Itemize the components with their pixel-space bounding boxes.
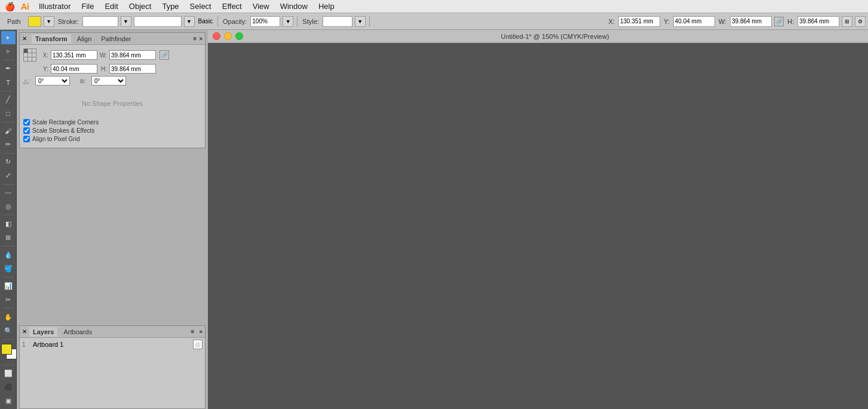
menu-object[interactable]: Object [124, 0, 157, 13]
doc-titlebar: Untitled-1* @ 150% (CMYK/Preview) [208, 30, 868, 43]
live-paint-tool[interactable]: 🪣 [1, 262, 16, 275]
slice-tool[interactable]: ✂ [1, 293, 16, 306]
stroke-style-arrow[interactable]: ▼ [184, 16, 195, 27]
tool-separator-2 [2, 91, 14, 91]
transform-panel: ✕ Transform Align Pathfinder ≡ » X: [19, 32, 206, 148]
w-label: W: [100, 52, 107, 59]
tab-align[interactable]: Align [73, 34, 95, 44]
full-mode-btn[interactable]: ⬛ [1, 381, 16, 394]
fg-color-swatch[interactable] [1, 344, 12, 355]
style-input[interactable] [323, 16, 352, 27]
blend-tool[interactable]: ◎ [1, 200, 16, 213]
rotate-tool[interactable]: ↻ [1, 155, 16, 169]
warp-tool[interactable]: 〰 [1, 187, 16, 200]
stroke-input[interactable] [82, 16, 118, 27]
brush-tool[interactable]: 🖌 [1, 124, 16, 138]
opacity-arrow[interactable]: ▼ [283, 16, 293, 27]
opacity-input[interactable] [250, 16, 280, 27]
pencil-tool[interactable]: ✏ [1, 138, 16, 151]
tab-pathfinder[interactable]: Pathfinder [97, 34, 134, 44]
x-label: X: [41, 52, 48, 59]
scale-tool[interactable]: ⤢ [1, 169, 16, 182]
sep2 [297, 16, 297, 27]
layers-body: 1 Artboard 1 ⬜ [20, 338, 205, 408]
stroke-style-input[interactable] [134, 16, 182, 27]
menu-view[interactable]: View [248, 0, 274, 13]
menu-file[interactable]: File [76, 0, 99, 13]
layers-header: ✕ Layers Artboards ≡ » [20, 326, 205, 338]
reference-grid[interactable] [23, 48, 36, 62]
y-input[interactable] [51, 64, 97, 74]
win-close-btn[interactable] [213, 32, 220, 40]
mesh-tool[interactable]: ⊞ [1, 231, 16, 244]
normal-mode-btn[interactable]: ⬜ [1, 367, 16, 380]
hand-tool[interactable]: ✋ [1, 310, 16, 323]
opacity-label: Opacity: [222, 18, 248, 25]
toolbox: ▸ ▹ ✒ T ╱ □ 🖌 ✏ ↻ ⤢ 〰 ◎ ◧ ⊞ 💧 🪣 📊 ✂ [0, 30, 17, 409]
x-input-tb[interactable] [618, 16, 660, 27]
panel-expand-btn[interactable]: » [199, 35, 203, 42]
tab-artboards[interactable]: Artboards [60, 327, 96, 337]
link-wh-panel[interactable]: 🔗 [160, 50, 169, 60]
layer-num-1: 1 [22, 341, 30, 348]
align-icon[interactable]: ⊞ [842, 16, 852, 27]
h-label: H: [100, 66, 107, 72]
align-pixel-check[interactable] [23, 136, 30, 142]
eyedropper-tool[interactable]: 💧 [1, 248, 16, 261]
win-max-btn[interactable] [235, 32, 243, 40]
x-label-tb: X: [608, 18, 616, 25]
checkbox-align-pixel: Align to Pixel Grid [23, 136, 201, 142]
h-input-tb[interactable] [798, 16, 839, 27]
line-tool[interactable]: ╱ [1, 93, 16, 106]
canvas-area[interactable]: Untitled-1* @ 150% (CMYK/Preview) [208, 30, 868, 409]
w-input[interactable] [109, 50, 156, 60]
y-input-tb[interactable] [673, 16, 715, 27]
menu-bar: 🍎 Ai Illustrator File Edit Object Type S… [0, 0, 868, 13]
gradient-tool[interactable]: ◧ [1, 217, 16, 230]
shape-tool[interactable]: □ [1, 107, 16, 120]
rotate-select[interactable]: 0° [35, 76, 70, 86]
h-input[interactable] [109, 64, 156, 74]
layers-menu-btn[interactable]: ≡ [191, 328, 195, 335]
direct-selection-tool[interactable]: ▹ [1, 45, 16, 58]
panel-menu-btn[interactable]: ≡ [194, 35, 197, 42]
tool-separator-1 [2, 60, 14, 60]
menu-effect[interactable]: Effect [217, 0, 247, 13]
sep1 [217, 16, 218, 27]
tool-separator-10 [2, 339, 14, 340]
type-tool[interactable]: T [1, 76, 16, 89]
apple-menu[interactable]: 🍎 [5, 2, 15, 11]
tool-separator-4 [2, 153, 14, 154]
w-input-tb[interactable] [730, 16, 772, 27]
menu-edit[interactable]: Edit [100, 0, 122, 13]
layers-close-btn[interactable]: ✕ [22, 328, 27, 335]
style-arrow[interactable]: ▼ [355, 16, 366, 27]
stroke-label: Stroke: [57, 18, 80, 25]
selection-tool[interactable]: ▸ [1, 31, 16, 44]
shear-label-icon: ⊘: [79, 78, 89, 84]
win-min-btn[interactable] [224, 32, 232, 40]
menu-illustrator[interactable]: Illustrator [34, 0, 75, 13]
graph-tool[interactable]: 📊 [1, 279, 16, 292]
x-input[interactable] [51, 50, 97, 60]
transform-icon[interactable]: ⚙ [855, 16, 866, 27]
scale-corners-check[interactable] [23, 119, 30, 126]
menu-select[interactable]: Select [185, 0, 216, 13]
layers-expand-btn[interactable]: » [199, 328, 203, 335]
tab-transform[interactable]: Transform [32, 34, 71, 44]
shear-select[interactable]: 0° [91, 76, 126, 86]
stroke-arrow-btn[interactable]: ▼ [121, 16, 131, 27]
zoom-tool[interactable]: 🔍 [1, 324, 16, 337]
pen-tool[interactable]: ✒ [1, 62, 16, 75]
menu-help[interactable]: Help [314, 0, 339, 13]
full-menu-mode-btn[interactable]: ▣ [1, 395, 16, 408]
fill-color-swatch[interactable] [28, 16, 41, 27]
scale-strokes-check[interactable] [23, 127, 30, 134]
link-wh-btn[interactable]: 🔗 [774, 17, 784, 26]
panel-close-btn[interactable]: ✕ [22, 35, 27, 42]
tab-layers[interactable]: Layers [29, 327, 57, 337]
menu-window[interactable]: Window [275, 0, 312, 13]
fill-arrow-btn[interactable]: ▼ [44, 16, 54, 27]
menu-type[interactable]: Type [157, 0, 183, 13]
layer-row-1[interactable]: 1 Artboard 1 ⬜ [20, 338, 205, 351]
